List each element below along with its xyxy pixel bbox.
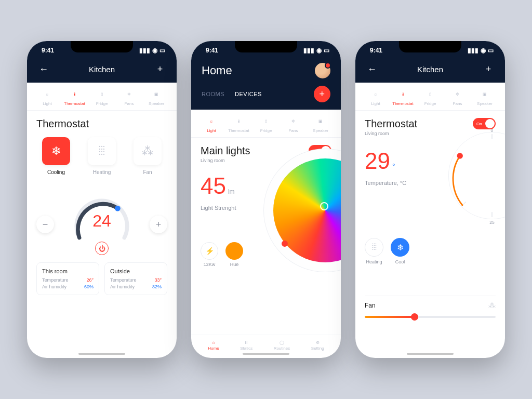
thermometer-icon: 🌡: [398, 89, 408, 99]
tick-25: 25: [489, 220, 495, 225]
cat-label: Fans: [289, 128, 298, 133]
value: 26°: [86, 277, 94, 283]
cat-label: Fans: [453, 101, 462, 106]
minus-button[interactable]: −: [36, 216, 54, 233]
cat-speaker[interactable]: ▣Speaker: [145, 89, 167, 106]
back-icon[interactable]: ←: [37, 63, 50, 75]
nav-label: Setting: [311, 346, 324, 351]
phone-home-lights: 9:41 ▮▮▮ ◉ ▭ Home ROOMS DEVICES + ☼Light…: [191, 41, 341, 358]
add-device-button[interactable]: +: [314, 86, 330, 102]
cat-fans[interactable]: ✲Fans: [118, 89, 140, 106]
cat-fans[interactable]: ✲Fans: [283, 116, 304, 133]
bulb-icon: ☼: [42, 89, 52, 99]
speaker-icon: ▣: [315, 116, 326, 126]
chip-label: 12Kw: [204, 262, 216, 267]
svg-point-0: [115, 206, 121, 211]
notch: [71, 41, 133, 52]
fan-icon: ⁂: [134, 137, 162, 165]
toggle-knob: [321, 146, 330, 155]
add-icon[interactable]: +: [154, 63, 166, 75]
cat-fridge[interactable]: ▯Fridge: [255, 116, 277, 133]
section-sub: Living room: [365, 131, 417, 136]
mode-fan[interactable]: ⁂ Fan: [128, 137, 167, 175]
mode-label: Fan: [143, 169, 152, 175]
plus-button[interactable]: +: [150, 216, 167, 233]
fridge-icon: ▯: [97, 89, 107, 99]
mode-cooling[interactable]: ❄ Cooling: [36, 137, 76, 175]
cat-light[interactable]: ☼Light: [365, 89, 387, 106]
toggle-label: On: [312, 149, 318, 153]
temperature-value: 24: [92, 211, 111, 231]
temp-unit: °: [392, 162, 395, 170]
cat-label: Thermostat: [228, 128, 249, 133]
value: 33°: [154, 277, 162, 283]
phone-kitchen-thermostat-2: 9:41 ▮▮▮ ◉ ▭ ← Kitchen + ☼Light 🌡Thermos…: [355, 41, 505, 358]
status-time: 9:41: [370, 47, 382, 54]
wheel-knob[interactable]: [282, 241, 288, 247]
back-icon[interactable]: ←: [366, 63, 378, 75]
cat-fans[interactable]: ✲Fans: [447, 89, 469, 106]
fan-icon: ✲: [124, 89, 135, 99]
cat-thermostat[interactable]: 🌡Thermostat: [228, 116, 250, 133]
gear-icon: ⚙: [316, 340, 320, 345]
speaker-icon: ▣: [151, 89, 162, 99]
cat-thermostat[interactable]: 🌡Thermostat: [392, 89, 414, 106]
section-title: Thermostat: [36, 118, 167, 130]
category-row: ☼Light 🌡Thermostat ▯Fridge ✲Fans ▣Speake…: [355, 83, 505, 111]
fan-slider-knob[interactable]: [411, 313, 418, 321]
cat-fridge[interactable]: ▯Fridge: [419, 89, 441, 106]
label: Temperature: [110, 277, 137, 283]
battery-icon: ▭: [488, 47, 494, 54]
nav-routines[interactable]: ◯Routines: [274, 340, 290, 351]
cat-label: Light: [207, 128, 216, 133]
mode-heating[interactable]: ⦙⦙⦙ Heating: [82, 137, 122, 175]
cat-light[interactable]: ☼Light: [36, 89, 58, 106]
mode-label: Cooling: [47, 169, 65, 175]
add-icon[interactable]: +: [482, 63, 495, 75]
cat-thermostat[interactable]: 🌡Thermostat: [64, 89, 86, 106]
category-row: ☼Light 🌡Thermostat ▯Fridge ✲Fans ▣Speake…: [191, 110, 341, 138]
cat-label: Light: [43, 101, 51, 106]
mode-heating[interactable]: ⦙⦙⦙ Heating: [365, 238, 383, 264]
power-chip[interactable]: ⚡: [201, 242, 218, 260]
nav-home[interactable]: ⌂Home: [208, 340, 219, 351]
fan-icon: ⁂: [488, 301, 496, 310]
signal-icon: ▮▮▮: [139, 47, 150, 54]
nav-setting[interactable]: ⚙Setting: [311, 340, 324, 351]
lumen-value: 45: [201, 175, 226, 197]
cat-label: Speaker: [477, 101, 493, 106]
hue-chip[interactable]: [225, 242, 243, 260]
tab-rooms[interactable]: ROOMS: [202, 91, 224, 97]
light-toggle[interactable]: On: [309, 145, 331, 156]
battery-icon: ▭: [159, 47, 165, 54]
notch: [399, 41, 461, 52]
thermometer-icon: 🌡: [234, 116, 244, 126]
fan-icon: ✲: [288, 116, 299, 126]
power-button[interactable]: ⏻: [95, 242, 109, 255]
fan-label: Fan: [365, 302, 376, 309]
value: 60%: [84, 284, 94, 289]
cat-speaker[interactable]: ▣Speaker: [310, 116, 331, 133]
fridge-icon: ▯: [261, 116, 271, 126]
avatar[interactable]: [315, 63, 330, 78]
wifi-icon: ◉: [316, 47, 322, 54]
cat-label: Light: [371, 101, 380, 106]
fridge-icon: ▯: [425, 89, 435, 99]
section-title: Main lights: [201, 145, 250, 157]
nav-label: Routines: [274, 346, 290, 351]
temperature-dial[interactable]: − 24 ⏻ +: [36, 184, 167, 257]
mode-label: Heating: [93, 169, 111, 175]
cat-light[interactable]: ☼Light: [201, 116, 222, 133]
cat-speaker[interactable]: ▣Speaker: [474, 89, 496, 106]
fan-slider[interactable]: [365, 316, 496, 318]
cat-fridge[interactable]: ▯Fridge: [91, 89, 113, 106]
temperature-gauge[interactable]: 0 100 75 50 25: [443, 126, 505, 225]
home-icon: ⌂: [212, 340, 215, 345]
color-cursor[interactable]: [320, 202, 328, 210]
tab-devices[interactable]: DEVICES: [235, 91, 262, 97]
mode-cool[interactable]: ❄ Cool: [391, 238, 409, 264]
fan-icon: ✲: [453, 89, 463, 99]
home-indicator: [78, 353, 125, 355]
toggle-label: On: [476, 122, 482, 126]
nav-statics[interactable]: ⫼Statics: [240, 340, 252, 351]
